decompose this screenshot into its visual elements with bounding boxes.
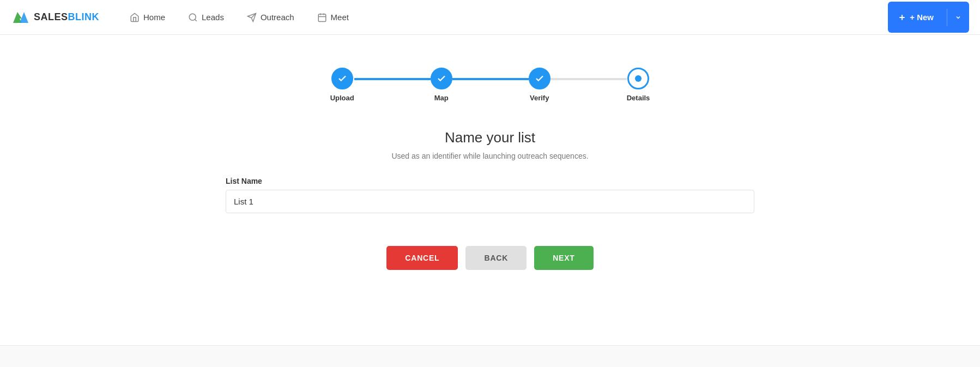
svg-point-3 — [189, 14, 196, 20]
svg-line-4 — [195, 19, 197, 21]
nav-item-leads[interactable]: Leads — [179, 8, 233, 27]
chevron-down-icon — [955, 14, 961, 21]
main-content: Upload Map Verify Details Name you — [0, 35, 980, 367]
home-icon — [130, 13, 140, 22]
back-button[interactable]: BACK — [465, 246, 527, 270]
nav-meet-label: Meet — [331, 13, 349, 22]
step-upload-label: Upload — [330, 94, 354, 102]
send-icon — [247, 13, 257, 22]
check-icon-3 — [535, 74, 545, 83]
nav-outreach-label: Outreach — [261, 13, 294, 22]
step-verify-label: Verify — [530, 94, 549, 102]
step-verify: Verify — [529, 68, 551, 102]
nav-leads-label: Leads — [202, 13, 224, 22]
bottom-bar — [0, 345, 980, 367]
form-title: Name your list — [445, 129, 535, 146]
step-map-label: Map — [434, 94, 449, 102]
logo-icon — [11, 8, 31, 27]
step-map-circle — [431, 68, 452, 89]
step-details: Details — [627, 68, 650, 102]
form-area: Name your list Used as an identifier whi… — [217, 129, 763, 270]
next-button[interactable]: NEXT — [534, 246, 594, 270]
search-icon — [188, 13, 198, 22]
plus-icon — [898, 13, 906, 22]
check-icon — [337, 74, 347, 83]
connector-2 — [452, 78, 529, 80]
nav-item-outreach[interactable]: Outreach — [238, 8, 303, 27]
logo-blink: BLINK — [68, 11, 100, 22]
form-subtitle: Used as an identifier while launching ou… — [391, 152, 588, 160]
nav-item-meet[interactable]: Meet — [308, 8, 358, 27]
connector-3 — [551, 78, 627, 80]
list-name-input[interactable] — [226, 190, 754, 213]
navbar: SALESBLINK Home Leads Outreach Meet + Ne… — [0, 0, 980, 35]
step-map: Map — [431, 68, 452, 102]
list-name-field: List Name — [226, 177, 754, 213]
new-button-main: + New — [888, 7, 943, 27]
step-details-dot — [635, 75, 642, 82]
logo[interactable]: SALESBLINK — [11, 8, 99, 27]
list-name-label: List Name — [226, 177, 754, 185]
step-upload: Upload — [330, 68, 354, 102]
calendar-icon — [317, 13, 327, 22]
new-button[interactable]: + New — [888, 2, 969, 33]
stepper: Upload Map Verify Details — [330, 68, 650, 102]
step-verify-circle — [529, 68, 551, 89]
svg-rect-7 — [318, 14, 326, 22]
nav-item-home[interactable]: Home — [121, 8, 174, 27]
new-button-label: + New — [910, 13, 934, 22]
cancel-button[interactable]: CANCEL — [386, 246, 458, 270]
nav-home-label: Home — [143, 13, 165, 22]
action-buttons: CANCEL BACK NEXT — [386, 246, 593, 270]
connector-1 — [354, 78, 431, 80]
step-upload-circle — [331, 68, 353, 89]
navbar-actions: + New — [888, 2, 969, 33]
step-details-label: Details — [627, 94, 650, 102]
logo-text: SALESBLINK — [34, 11, 99, 23]
check-icon-2 — [437, 74, 446, 83]
logo-sales: SALES — [34, 11, 68, 22]
new-button-arrow[interactable] — [947, 9, 969, 26]
nav-items: Home Leads Outreach Meet — [121, 8, 888, 27]
step-details-circle — [627, 68, 649, 89]
